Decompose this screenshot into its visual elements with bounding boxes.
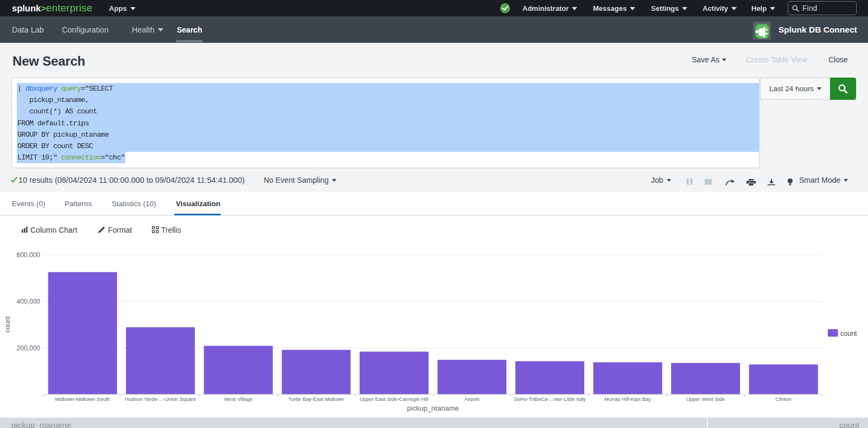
svg-text:200,000: 200,000: [17, 344, 41, 352]
svg-text:count: count: [4, 316, 11, 333]
svg-text:Hudson Yards-...-Union Square: Hudson Yards-...-Union Square: [125, 396, 196, 402]
svg-text:pickup_ntaname: pickup_ntaname: [407, 404, 458, 412]
svg-text:Turtle Bay-East Midtown: Turtle Bay-East Midtown: [288, 396, 344, 402]
svg-text:West Village: West Village: [224, 396, 252, 402]
svg-text:Murray Hill-Kips Bay: Murray Hill-Kips Bay: [604, 396, 651, 402]
svg-text:count: count: [840, 330, 857, 337]
svg-text:Midtown-Midtown South: Midtown-Midtown South: [55, 396, 110, 402]
svg-text:Upper East Side-Carnegie Hill: Upper East Side-Carnegie Hill: [360, 396, 429, 402]
svg-text:SoHo-TriBeCa-...nter-Little It: SoHo-TriBeCa-...nter-Little Italy: [514, 396, 585, 402]
svg-text:Clinton: Clinton: [775, 396, 792, 402]
svg-text:400,000: 400,000: [17, 298, 41, 305]
svg-text:Upper West Side: Upper West Side: [686, 396, 725, 402]
svg-text:600,000: 600,000: [17, 251, 41, 259]
svg-text:Airport: Airport: [464, 396, 480, 402]
